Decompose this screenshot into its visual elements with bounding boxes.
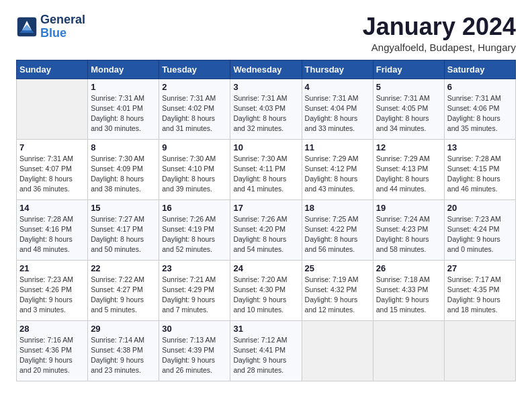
calendar-table: SundayMondayTuesdayWednesdayThursdayFrid… bbox=[16, 60, 516, 381]
day-cell: 20Sunrise: 7:23 AMSunset: 4:24 PMDayligh… bbox=[444, 199, 515, 260]
day-info: Sunrise: 7:31 AMSunset: 4:01 PMDaylight:… bbox=[91, 93, 156, 134]
day-cell: 30Sunrise: 7:13 AMSunset: 4:39 PMDayligh… bbox=[159, 320, 230, 381]
day-info: Sunrise: 7:23 AMSunset: 4:26 PMDaylight:… bbox=[19, 275, 85, 316]
day-cell: 5Sunrise: 7:31 AMSunset: 4:05 PMDaylight… bbox=[373, 79, 444, 139]
day-number: 1 bbox=[91, 82, 156, 92]
logo-text: General Blue bbox=[40, 13, 85, 40]
day-info: Sunrise: 7:12 AMSunset: 4:41 PMDaylight:… bbox=[233, 335, 298, 376]
day-number: 30 bbox=[162, 324, 227, 334]
day-cell bbox=[373, 320, 444, 381]
day-cell: 29Sunrise: 7:14 AMSunset: 4:38 PMDayligh… bbox=[88, 320, 159, 381]
logo-line1: General bbox=[40, 13, 85, 26]
week-row-1: 7Sunrise: 7:31 AMSunset: 4:07 PMDaylight… bbox=[17, 139, 516, 199]
day-info: Sunrise: 7:31 AMSunset: 4:06 PMDaylight:… bbox=[447, 93, 513, 134]
day-info: Sunrise: 7:20 AMSunset: 4:30 PMDaylight:… bbox=[233, 275, 298, 316]
day-cell: 31Sunrise: 7:12 AMSunset: 4:41 PMDayligh… bbox=[230, 320, 302, 381]
day-number: 17 bbox=[233, 203, 298, 213]
day-cell: 18Sunrise: 7:25 AMSunset: 4:22 PMDayligh… bbox=[302, 199, 373, 260]
day-info: Sunrise: 7:31 AMSunset: 4:07 PMDaylight:… bbox=[19, 154, 85, 195]
day-info: Sunrise: 7:16 AMSunset: 4:36 PMDaylight:… bbox=[19, 335, 85, 376]
header-day-monday: Monday bbox=[88, 60, 159, 79]
day-info: Sunrise: 7:17 AMSunset: 4:35 PMDaylight:… bbox=[447, 275, 513, 316]
calendar-header: SundayMondayTuesdayWednesdayThursdayFrid… bbox=[17, 60, 516, 79]
day-info: Sunrise: 7:27 AMSunset: 4:17 PMDaylight:… bbox=[91, 214, 156, 255]
day-info: Sunrise: 7:26 AMSunset: 4:20 PMDaylight:… bbox=[233, 214, 298, 255]
day-number: 8 bbox=[91, 142, 156, 152]
day-number: 28 bbox=[19, 324, 85, 334]
week-row-4: 28Sunrise: 7:16 AMSunset: 4:36 PMDayligh… bbox=[17, 320, 516, 381]
day-cell: 23Sunrise: 7:21 AMSunset: 4:29 PMDayligh… bbox=[159, 260, 230, 320]
day-cell bbox=[17, 79, 88, 139]
day-cell: 11Sunrise: 7:29 AMSunset: 4:12 PMDayligh… bbox=[302, 139, 373, 199]
day-info: Sunrise: 7:31 AMSunset: 4:04 PMDaylight:… bbox=[305, 93, 370, 134]
day-number: 3 bbox=[233, 82, 298, 92]
day-number: 21 bbox=[19, 263, 85, 273]
day-number: 27 bbox=[447, 263, 513, 273]
day-info: Sunrise: 7:25 AMSunset: 4:22 PMDaylight:… bbox=[305, 214, 370, 255]
day-number: 12 bbox=[376, 142, 441, 152]
day-cell bbox=[302, 320, 373, 381]
day-info: Sunrise: 7:14 AMSunset: 4:38 PMDaylight:… bbox=[91, 335, 156, 376]
day-number: 4 bbox=[305, 82, 370, 92]
day-number: 18 bbox=[305, 203, 370, 213]
logo-line2: Blue bbox=[40, 26, 66, 40]
header-row: SundayMondayTuesdayWednesdayThursdayFrid… bbox=[17, 60, 516, 79]
day-cell: 27Sunrise: 7:17 AMSunset: 4:35 PMDayligh… bbox=[444, 260, 515, 320]
day-info: Sunrise: 7:21 AMSunset: 4:29 PMDaylight:… bbox=[162, 275, 227, 316]
day-cell: 15Sunrise: 7:27 AMSunset: 4:17 PMDayligh… bbox=[88, 199, 159, 260]
day-cell: 7Sunrise: 7:31 AMSunset: 4:07 PMDaylight… bbox=[17, 139, 88, 199]
day-number: 13 bbox=[447, 142, 513, 152]
week-row-0: 1Sunrise: 7:31 AMSunset: 4:01 PMDaylight… bbox=[17, 79, 516, 139]
title-block: January 2024 Angyalfoeld, Budapest, Hung… bbox=[363, 13, 516, 53]
day-number: 26 bbox=[376, 263, 441, 273]
month-title: January 2024 bbox=[363, 13, 516, 40]
day-cell: 3Sunrise: 7:31 AMSunset: 4:03 PMDaylight… bbox=[230, 79, 302, 139]
logo-icon bbox=[16, 16, 38, 38]
day-info: Sunrise: 7:22 AMSunset: 4:27 PMDaylight:… bbox=[91, 275, 156, 316]
day-info: Sunrise: 7:31 AMSunset: 4:02 PMDaylight:… bbox=[162, 93, 227, 134]
day-number: 22 bbox=[91, 263, 156, 273]
location: Angyalfoeld, Budapest, Hungary bbox=[363, 42, 516, 53]
header-day-thursday: Thursday bbox=[302, 60, 373, 79]
day-cell bbox=[444, 320, 515, 381]
day-number: 14 bbox=[19, 203, 85, 213]
day-cell: 21Sunrise: 7:23 AMSunset: 4:26 PMDayligh… bbox=[17, 260, 88, 320]
week-row-2: 14Sunrise: 7:28 AMSunset: 4:16 PMDayligh… bbox=[17, 199, 516, 260]
day-cell: 22Sunrise: 7:22 AMSunset: 4:27 PMDayligh… bbox=[88, 260, 159, 320]
day-cell: 16Sunrise: 7:26 AMSunset: 4:19 PMDayligh… bbox=[159, 199, 230, 260]
day-info: Sunrise: 7:30 AMSunset: 4:09 PMDaylight:… bbox=[91, 154, 156, 195]
day-cell: 9Sunrise: 7:30 AMSunset: 4:10 PMDaylight… bbox=[159, 139, 230, 199]
page-header: General Blue January 2024 Angyalfoeld, B… bbox=[16, 13, 516, 53]
day-info: Sunrise: 7:28 AMSunset: 4:16 PMDaylight:… bbox=[19, 214, 85, 255]
day-info: Sunrise: 7:31 AMSunset: 4:05 PMDaylight:… bbox=[376, 93, 441, 134]
day-cell: 24Sunrise: 7:20 AMSunset: 4:30 PMDayligh… bbox=[230, 260, 302, 320]
day-info: Sunrise: 7:19 AMSunset: 4:32 PMDaylight:… bbox=[305, 275, 370, 316]
day-number: 24 bbox=[233, 263, 298, 273]
day-number: 9 bbox=[162, 142, 227, 152]
day-number: 16 bbox=[162, 203, 227, 213]
day-cell: 1Sunrise: 7:31 AMSunset: 4:01 PMDaylight… bbox=[88, 79, 159, 139]
day-number: 19 bbox=[376, 203, 441, 213]
day-number: 31 bbox=[233, 324, 298, 334]
day-cell: 2Sunrise: 7:31 AMSunset: 4:02 PMDaylight… bbox=[159, 79, 230, 139]
day-number: 29 bbox=[91, 324, 156, 334]
day-info: Sunrise: 7:30 AMSunset: 4:10 PMDaylight:… bbox=[162, 154, 227, 195]
day-cell: 26Sunrise: 7:18 AMSunset: 4:33 PMDayligh… bbox=[373, 260, 444, 320]
week-row-3: 21Sunrise: 7:23 AMSunset: 4:26 PMDayligh… bbox=[17, 260, 516, 320]
day-cell: 4Sunrise: 7:31 AMSunset: 4:04 PMDaylight… bbox=[302, 79, 373, 139]
day-cell: 14Sunrise: 7:28 AMSunset: 4:16 PMDayligh… bbox=[17, 199, 88, 260]
day-number: 25 bbox=[305, 263, 370, 273]
day-number: 10 bbox=[233, 142, 298, 152]
header-day-friday: Friday bbox=[373, 60, 444, 79]
day-cell: 10Sunrise: 7:30 AMSunset: 4:11 PMDayligh… bbox=[230, 139, 302, 199]
header-day-wednesday: Wednesday bbox=[230, 60, 302, 79]
header-day-tuesday: Tuesday bbox=[159, 60, 230, 79]
calendar-body: 1Sunrise: 7:31 AMSunset: 4:01 PMDaylight… bbox=[17, 79, 516, 381]
day-number: 2 bbox=[162, 82, 227, 92]
day-cell: 19Sunrise: 7:24 AMSunset: 4:23 PMDayligh… bbox=[373, 199, 444, 260]
header-day-sunday: Sunday bbox=[17, 60, 88, 79]
day-number: 20 bbox=[447, 203, 513, 213]
day-cell: 17Sunrise: 7:26 AMSunset: 4:20 PMDayligh… bbox=[230, 199, 302, 260]
day-cell: 8Sunrise: 7:30 AMSunset: 4:09 PMDaylight… bbox=[88, 139, 159, 199]
day-cell: 13Sunrise: 7:28 AMSunset: 4:15 PMDayligh… bbox=[444, 139, 515, 199]
